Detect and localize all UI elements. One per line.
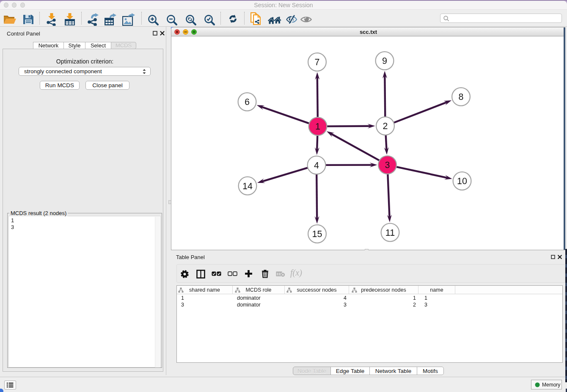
- svg-text:6: 6: [245, 97, 250, 107]
- svg-text:7: 7: [315, 57, 320, 67]
- svg-text:11: 11: [385, 228, 395, 238]
- svg-text:10: 10: [457, 176, 467, 186]
- svg-text:4: 4: [314, 160, 319, 171]
- svg-text:9: 9: [382, 56, 387, 66]
- svg-text:14: 14: [242, 181, 253, 191]
- svg-text:15: 15: [312, 229, 322, 239]
- svg-text:1: 1: [315, 121, 320, 132]
- svg-text:3: 3: [385, 160, 390, 170]
- svg-text:2: 2: [383, 121, 388, 131]
- svg-text:8: 8: [459, 92, 464, 102]
